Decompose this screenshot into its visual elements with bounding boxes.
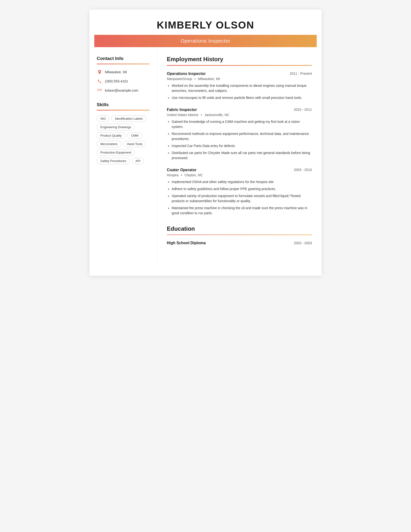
phone-icon — [97, 78, 103, 84]
job-entry: Coater Operator2003 - 2010Hospira • Clay… — [167, 168, 312, 216]
job-entry: Operations Inspector2011 - PresentManpow… — [167, 72, 312, 100]
job-bullet: Operated variety of production equipment… — [172, 193, 312, 204]
skills-divider — [97, 110, 150, 111]
job-bullet: Inspected Car Parts Data entry for defec… — [172, 143, 312, 149]
job-header: Coater Operator2003 - 2010 — [167, 168, 312, 172]
email-icon — [97, 87, 103, 93]
job-bullet: Adhere to safety guidelines and follow p… — [172, 186, 312, 191]
jobs-list: Operations Inspector2011 - PresentManpow… — [167, 72, 312, 216]
job-company: ManpowerGroup • Milwaukee, WI — [167, 77, 312, 81]
contact-divider — [97, 64, 150, 64]
job-entry: Fabric Inspector2010 - 2011United States… — [167, 108, 312, 161]
job-bullet: Worked on the assembly line installing c… — [172, 83, 312, 93]
employment-divider — [167, 65, 312, 66]
contact-section-title: Contact Info — [97, 56, 150, 61]
job-bullet: Distributed car parts for Chrysler Made … — [172, 150, 312, 161]
job-header: Fabric Inspector2010 - 2011 — [167, 108, 312, 112]
contact-email: kolson@example.com — [97, 87, 150, 93]
education-section: Education High School Diploma2003 - 2003 — [167, 225, 312, 246]
title-bar: Operations Inspector — [94, 35, 317, 47]
contact-location: Milwaukee, WI — [97, 69, 150, 75]
job-bullet: Recommend methods to improve equipment p… — [172, 131, 312, 142]
education-divider — [167, 235, 312, 235]
job-header: Operations Inspector2011 - Present — [167, 72, 312, 76]
job-bullet: Use microscopes to fill voids and remove… — [172, 95, 312, 100]
job-dates: 2003 - 2010 — [294, 168, 312, 172]
skill-tag: Micrometers — [97, 141, 121, 147]
education-dates: 2003 - 2003 — [294, 241, 312, 245]
skills-section-title: Skills — [97, 102, 150, 107]
employment-section: Employment History Operations Inspector2… — [167, 56, 312, 216]
job-bullets: Gained the knowledge of running a CMM ma… — [167, 119, 312, 161]
job-company: Hospira • Clayton, NC — [167, 173, 312, 177]
job-bullet: Maintained the press machine in checking… — [172, 206, 312, 216]
skill-tag: ISO — [97, 115, 109, 122]
resume-container: KIMBERLY OLSON Operations Inspector Cont… — [89, 10, 322, 276]
header: KIMBERLY OLSON Operations Inspector — [89, 10, 322, 47]
job-bullets: Implemented OSHA and other safety regula… — [167, 180, 312, 216]
job-bullet: Gained the knowledge of running a CMM ma… — [172, 119, 312, 129]
job-title: Coater Operator — [167, 168, 196, 172]
job-dates: 2010 - 2011 — [294, 108, 312, 112]
education-section-title: Education — [167, 225, 312, 232]
main-content: Employment History Operations Inspector2… — [157, 47, 322, 264]
skill-tag: API — [132, 158, 144, 164]
job-company: United States Marine • Jacksonville, NC — [167, 113, 312, 117]
candidate-name: KIMBERLY OLSON — [94, 19, 317, 31]
contact-location-text: Milwaukee, WI — [105, 70, 127, 74]
contact-phone: (260) 555-4151 — [97, 78, 150, 84]
education-entry: High School Diploma2003 - 2003 — [167, 241, 312, 245]
skill-tag: Hand Tools — [123, 141, 146, 147]
skill-tag: Product Quality — [97, 132, 125, 139]
job-bullet: Implemented OSHA and other safety regula… — [172, 180, 312, 184]
location-icon — [97, 69, 103, 75]
skill-tag: Production Equipment — [97, 149, 135, 156]
skill-tag: Safety Procedures — [97, 158, 130, 164]
job-title: Fabric Inspector — [167, 108, 197, 112]
skill-tag: Engineering Drawings — [97, 124, 135, 130]
candidate-title: Operations Inspector — [181, 38, 230, 44]
contact-email-text: kolson@example.com — [105, 88, 138, 92]
skills-section: Skills ISOIdentification LabelsEngineeri… — [97, 102, 150, 164]
sidebar: Contact Info Milwaukee, WI (260) 555-415… — [89, 47, 157, 264]
contact-phone-text: (260) 555-4151 — [105, 79, 128, 83]
skills-tags: ISOIdentification LabelsEngineering Draw… — [97, 115, 150, 164]
skill-tag: CMM — [127, 132, 142, 139]
job-title: Operations Inspector — [167, 72, 206, 76]
body-layout: Contact Info Milwaukee, WI (260) 555-415… — [89, 47, 322, 264]
education-list: High School Diploma2003 - 2003 — [167, 241, 312, 245]
job-bullets: Worked on the assembly line installing c… — [167, 83, 312, 100]
skill-tag: Identification Labels — [111, 115, 146, 122]
education-degree: High School Diploma — [167, 241, 206, 245]
employment-section-title: Employment History — [167, 56, 312, 63]
job-dates: 2011 - Present — [290, 72, 312, 76]
